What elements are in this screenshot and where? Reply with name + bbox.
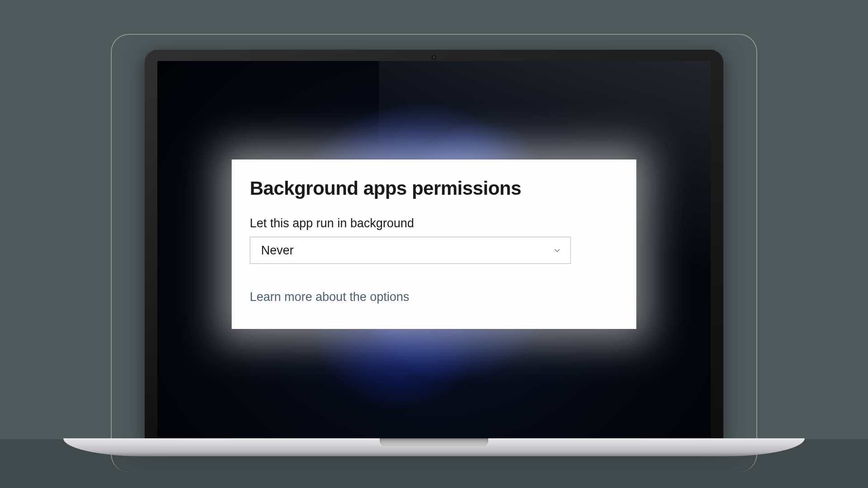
laptop-base bbox=[63, 438, 805, 456]
background-permission-dropdown[interactable]: Never bbox=[250, 237, 571, 264]
webcam-icon bbox=[432, 55, 436, 60]
setting-label: Let this app run in background bbox=[250, 216, 618, 230]
chevron-down-icon bbox=[553, 246, 561, 254]
permissions-dialog: Background apps permissions Let this app… bbox=[232, 160, 637, 329]
dropdown-selected-value: Never bbox=[261, 244, 294, 258]
laptop-screen: Background apps permissions Let this app… bbox=[157, 61, 711, 443]
learn-more-link[interactable]: Learn more about the options bbox=[250, 290, 618, 304]
laptop-notch bbox=[380, 438, 488, 446]
dialog-title: Background apps permissions bbox=[250, 178, 618, 199]
laptop-chassis: Background apps permissions Let this app… bbox=[145, 50, 723, 443]
